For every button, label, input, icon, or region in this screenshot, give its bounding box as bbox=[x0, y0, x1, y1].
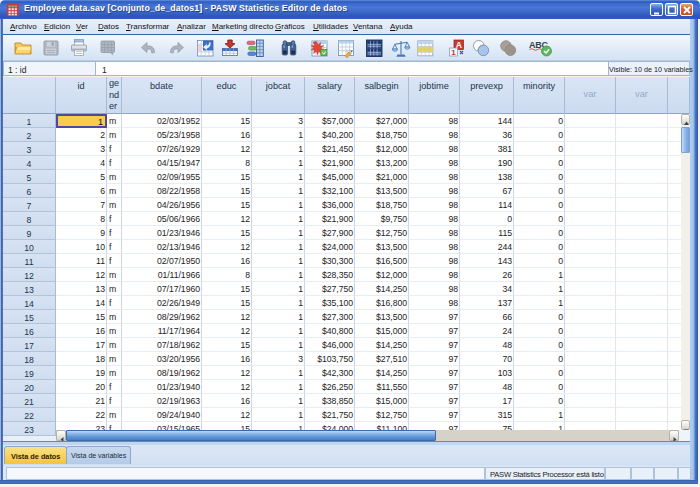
svg-text:1: 1 bbox=[451, 48, 456, 57]
